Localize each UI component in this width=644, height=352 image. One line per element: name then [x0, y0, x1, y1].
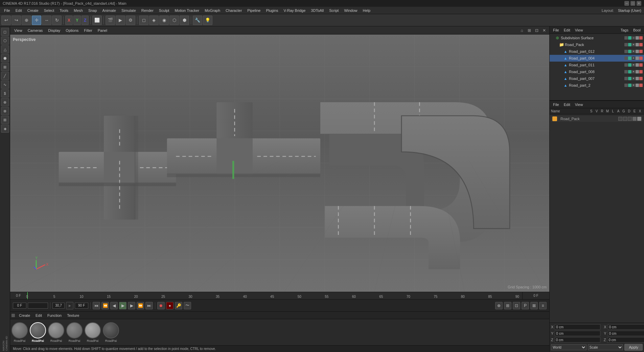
material-item-0[interactable]: RoadPai	[12, 322, 28, 343]
tool-btn-7[interactable]: ∿	[1, 81, 9, 89]
vp-menu-panel[interactable]: Panel	[96, 28, 109, 33]
obj-item-012[interactable]: ▲ Road_part_012 ✕	[550, 48, 644, 55]
prev-frame-button[interactable]: ⏪	[101, 302, 109, 309]
mat-texture-menu[interactable]: Texture	[66, 313, 80, 317]
render-view-button[interactable]: ▶	[116, 16, 125, 25]
autokey-button[interactable]: ●	[166, 302, 174, 309]
material-item-4[interactable]: RoadPai	[85, 322, 101, 343]
obj-item-004[interactable]: ▲ Road_part_004 ✕	[550, 55, 644, 62]
undo-button[interactable]: ↩	[1, 16, 11, 25]
coord-x-input[interactable]	[555, 324, 600, 330]
coord-y-input[interactable]	[555, 331, 600, 336]
mat-edit-menu[interactable]: Edit	[34, 313, 43, 317]
vp-menu-filter[interactable]: Filter	[82, 28, 94, 33]
mode-btn-6[interactable]: ≡	[539, 302, 547, 309]
menu-snap[interactable]: Snap	[86, 7, 100, 14]
motion-button[interactable]: 〜	[184, 302, 191, 309]
menu-sculpt[interactable]: Sculpt	[156, 7, 172, 14]
tool-btn-1[interactable]: ◻	[1, 28, 9, 36]
obj-bool-menu[interactable]: Bool	[632, 26, 642, 34]
live-select-button[interactable]: ⊕	[22, 16, 31, 25]
obj-view-menu[interactable]: View	[574, 26, 584, 34]
mat-function-menu[interactable]: Function	[46, 313, 63, 317]
attr-roadpack-row[interactable]: Road_Pack	[551, 116, 643, 122]
obj-icon-s[interactable]	[624, 36, 628, 40]
z-axis-button[interactable]: Z	[82, 16, 89, 25]
obj-tags-menu[interactable]: Tags	[619, 26, 630, 34]
vp-home-icon[interactable]: ⌂	[519, 27, 525, 34]
tool-btn-4[interactable]: ⬢	[1, 54, 9, 62]
scale-button[interactable]: ↔	[42, 16, 51, 25]
mode-btn-3[interactable]: ⊡	[513, 302, 520, 309]
obj-item-2[interactable]: ▲ Road_part_2 ✕	[550, 82, 644, 89]
worldspace-button[interactable]: ⬜	[92, 16, 102, 25]
vp-menu-cameras[interactable]: Cameras	[26, 28, 45, 33]
x-axis-button[interactable]: X	[65, 16, 73, 25]
vp-fullscreen-icon[interactable]: ⊞	[526, 27, 532, 34]
menu-edit[interactable]: Edit	[13, 7, 25, 14]
vp-menu-view[interactable]: View	[12, 28, 24, 33]
obj-item-011[interactable]: ▲ Road_part_011 ✕	[550, 62, 644, 68]
menu-select[interactable]: Select	[41, 7, 57, 14]
close-button[interactable]: ✕	[637, 1, 641, 6]
goto-end-button[interactable]: ⏭	[145, 302, 153, 309]
menu-motiontracker[interactable]: Motion Tracker	[172, 7, 202, 14]
menu-tools[interactable]: Tools	[57, 7, 71, 14]
mat-create-menu[interactable]: Create	[18, 313, 31, 317]
vp-layout-icon[interactable]: ⊡	[534, 27, 540, 34]
obj-file-menu[interactable]: File	[552, 26, 560, 34]
mat-panel-grip[interactable]	[12, 314, 15, 317]
play-button[interactable]: ▶	[119, 302, 127, 309]
next-key-button[interactable]: ▶	[128, 302, 135, 309]
mode-btn-5[interactable]: ⊠	[530, 302, 538, 309]
menu-render[interactable]: Render	[139, 7, 156, 14]
tool-btn-9[interactable]: ⊕	[1, 98, 9, 106]
texture-mode-button[interactable]: ◈	[149, 16, 159, 25]
coord-z2-input[interactable]	[607, 337, 644, 343]
redo-button[interactable]: ↪	[12, 16, 21, 25]
obj-item-subdiv[interactable]: ⊕ Subdivision Surface ✕	[550, 35, 644, 41]
material-item-5[interactable]: RoadPai	[103, 322, 119, 343]
obj-icon-v[interactable]	[628, 36, 631, 40]
obj-rp-s[interactable]	[624, 43, 628, 46]
attr-edit-menu[interactable]: Edit	[562, 101, 572, 108]
coord-apply-button[interactable]: Apply	[624, 344, 643, 351]
frame-value-input[interactable]	[52, 303, 65, 309]
model-mode-button[interactable]: ◻	[139, 16, 148, 25]
vp-close-icon[interactable]: ✕	[541, 27, 547, 34]
y-axis-button[interactable]: Y	[73, 16, 81, 25]
menu-window[interactable]: Window	[341, 7, 360, 14]
frame-current-input[interactable]	[13, 303, 26, 309]
point-mode-button[interactable]: ◉	[159, 16, 169, 25]
menu-mesh[interactable]: Mesh	[71, 7, 86, 14]
menu-3dtoall[interactable]: 3DToAll	[308, 7, 326, 14]
render-region-button[interactable]: 🎬	[106, 16, 115, 25]
timeline-ruler[interactable]: 0 5 10 15 20 25 30 35 40 45 50 55 60 65 …	[27, 292, 522, 299]
viewport[interactable]: X Y Perspective Grid Spacing : 1000 cm	[10, 35, 549, 292]
mode-btn-2[interactable]: ⊞	[504, 302, 511, 309]
tool-btn-12[interactable]: ◈	[1, 125, 9, 133]
attr-view-menu[interactable]: View	[574, 101, 584, 108]
coord-scale-select[interactable]: Scale	[588, 344, 623, 350]
mode-btn-4[interactable]: P	[522, 302, 529, 309]
tool-btn-10[interactable]: ⊗	[1, 107, 9, 115]
obj-item-008[interactable]: ▲ Road_part_008 ✕	[550, 68, 644, 75]
menu-pipeline[interactable]: Pipeline	[245, 7, 263, 14]
frame-input-2[interactable]	[28, 303, 48, 309]
render-settings-button[interactable]: ⚙	[126, 16, 135, 25]
move-button[interactable]: ✛	[32, 16, 41, 25]
menu-mograph[interactable]: MoGraph	[202, 7, 223, 14]
material-item-2[interactable]: RoadPai	[48, 322, 64, 343]
next-frame-button[interactable]: ⏩	[137, 302, 144, 309]
tool-btn-3[interactable]: △	[1, 45, 9, 53]
prev-key-button[interactable]: ◀	[110, 302, 118, 309]
coord-world-select[interactable]: World Object Local	[551, 344, 586, 350]
tool-btn-2[interactable]: ⬡	[1, 37, 9, 45]
menu-vray[interactable]: V-Ray Bridge	[281, 7, 308, 14]
menu-script[interactable]: Script	[326, 7, 341, 14]
light-button[interactable]: 💡	[203, 16, 212, 25]
rotate-button[interactable]: ↻	[52, 16, 62, 25]
tool-btn-6[interactable]: ╱	[1, 72, 9, 80]
obj-item-007[interactable]: ▲ Road_part_007 ✕	[550, 75, 644, 82]
menu-plugins[interactable]: Plugins	[263, 7, 281, 14]
